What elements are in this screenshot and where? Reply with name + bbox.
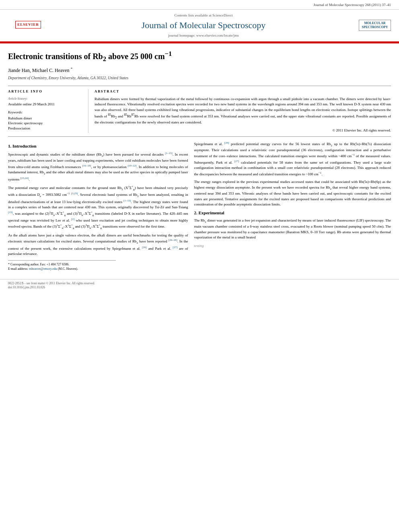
abstract-column: ABSTRACT Rubidium dimers were formed by … [95,89,391,133]
main-content: Electronic transitions of Rb2 above 25 0… [0,43,399,275]
email-suffix: (M.C. Heaven). [58,267,78,271]
abstract-label: ABSTRACT [95,89,391,94]
abstract-text: Rubidium dimers were formed by thermal v… [95,97,391,125]
email-label: E-mail address: [8,267,28,271]
section1-heading: 1. Introduction [8,143,188,149]
section1-para3: As the alkali atoms have just a single v… [8,233,188,257]
article-info-column: ARTICLE INFO Article history: Available … [8,89,88,133]
page-wrapper: Journal of Molecular Spectroscopy 268 (2… [0,0,399,292]
journal-header: ELSEVIER Contents lists available at Sci… [0,10,399,42]
body-left-column: 1. Introduction Spectroscopic and dynami… [8,141,188,271]
journal-logo-area: MOLECULARSPECTROSCOPY [357,20,393,31]
section1-right-para2: The energy ranges explored in the previo… [194,179,391,207]
elsevier-logo: ELSEVIER [15,21,41,29]
journal-title-area: Contents lists available at ScienceDirec… [50,13,357,38]
section1-para1: Spectroscopic and dynamic studies of the… [8,151,188,182]
issn-line: 0022-2852/$ – see front matter © 2011 El… [8,281,391,286]
journal-reference: Journal of Molecular Spectroscopy 268 (2… [313,3,391,7]
testing-label: testing [194,244,204,248]
doi-line: doi:10.1016/j.jms.2011.03.026 [8,286,391,290]
affiliation: Department of Chemistry, Emory Universit… [8,76,391,81]
elsevier-logo-area: ELSEVIER [6,21,50,30]
article-info-abstract: ARTICLE INFO Article history: Available … [8,86,391,137]
body-right-column: Spiegelmann et al. [26] predicted potent… [194,141,391,271]
section1-para2: The potential energy curve and molecular… [8,185,188,230]
keyword-3: Predissociation [8,126,83,131]
logo-title: MOLECULARSPECTROSCOPY [360,21,389,29]
footnote-divider [8,260,116,261]
journal-title: Journal of Molecular Spectroscopy [50,19,357,32]
section2-heading: 2. Experimental [194,210,391,216]
copyright-line: © 2011 Elsevier Inc. All rights reserved… [95,128,391,133]
article-history-value: Available online 29 March 2011 [8,102,83,107]
keyword-2: Electronic spectroscopy [8,121,83,126]
section2-para1: The Rb2 dimer was generated in a free je… [194,218,391,240]
journal-reference-bar: Journal of Molecular Spectroscopy 268 (2… [0,0,399,10]
sciencedirect-line: Contents lists available at ScienceDirec… [50,13,357,18]
bottom-bar: 0022-2852/$ – see front matter © 2011 El… [0,279,399,292]
journal-logo-box: MOLECULARSPECTROSCOPY [359,20,391,31]
article-info-label: ARTICLE INFO [8,89,83,94]
authors: Jiande Han, Michael C. Heaven * [8,66,391,74]
body-columns: 1. Introduction Spectroscopic and dynami… [8,141,391,271]
testing-annotation-area: testing [194,243,391,249]
email-address: mheaven@emory.edu [29,267,57,271]
footnote-star: * Corresponding author. Fax: +1 404 727 … [8,262,188,267]
section1-right-para1: Spiegelmann et al. [26] predicted potent… [194,141,391,177]
keywords-label: Keywords: [8,110,83,115]
article-history-label: Article history: [8,97,83,101]
journal-homepage: journal homepage: www.elsevier.com/locat… [50,33,357,38]
article-title: Electronic transitions of Rb2 above 25 0… [8,49,391,63]
footnote-email: E-mail address: mheaven@emory.edu (M.C. … [8,267,188,271]
keyword-1: Rubidium dimer [8,116,83,121]
